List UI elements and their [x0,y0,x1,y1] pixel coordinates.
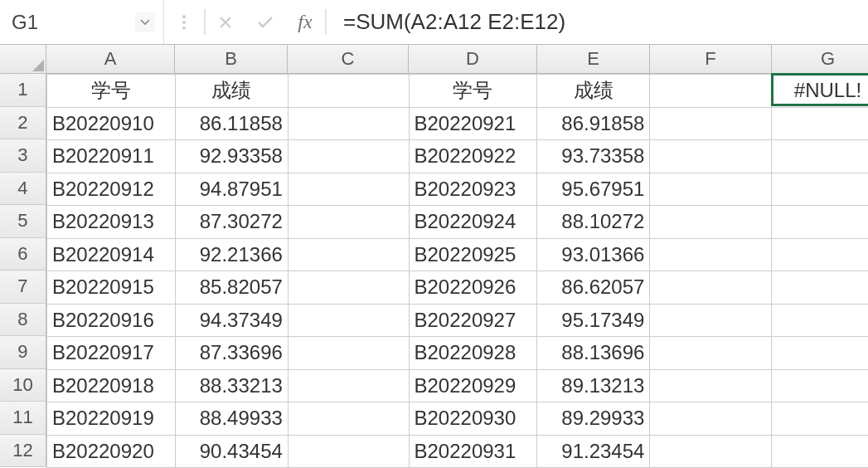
cancel-icon[interactable] [206,0,245,44]
cell-A8[interactable]: B20220916 [46,304,175,337]
cell-G7[interactable] [772,271,868,305]
cell-D7[interactable]: B20220926 [409,271,537,305]
row-header-4[interactable]: 4 [0,173,46,206]
cell-B3[interactable]: 92.93358 [175,140,288,173]
cell-G6[interactable] [772,238,868,271]
cell-D6[interactable]: B20220925 [409,238,537,271]
cell-G10[interactable] [772,369,868,402]
cell-F9[interactable] [650,337,772,370]
cell-F6[interactable] [650,238,772,271]
cell-C10[interactable] [288,369,409,402]
cell-B7[interactable]: 85.82057 [175,271,288,305]
cell-E1[interactable]: 成绩 [537,75,650,108]
cell-D12[interactable]: B20220931 [409,435,537,468]
row-header-12[interactable]: 12 [0,435,46,468]
cell-E6[interactable]: 93.01366 [537,238,650,271]
cell-D10[interactable]: B20220929 [409,369,537,402]
cell-F4[interactable] [650,173,772,206]
formula-handle-icon[interactable] [164,0,204,44]
cell-A1[interactable]: 学号 [46,75,175,108]
cell-G1[interactable]: #NULL! [772,75,868,108]
cell-G3[interactable] [772,140,868,173]
cell-C1[interactable] [288,75,409,108]
cell-G4[interactable] [772,173,868,206]
formula-input[interactable]: =SUM(A2:A12 E2:E12) [327,9,868,35]
cell-D1[interactable]: 学号 [409,75,537,108]
cell-E5[interactable]: 88.10272 [537,206,650,239]
select-all-corner[interactable] [0,45,46,74]
column-header-E[interactable]: E [537,45,650,74]
cell-D2[interactable]: B20220921 [409,107,537,140]
row-header-10[interactable]: 10 [0,369,46,402]
cell-G11[interactable] [772,402,868,436]
cell-E4[interactable]: 95.67951 [537,173,650,206]
cell-A3[interactable]: B20220911 [46,140,175,173]
cell-C12[interactable] [288,435,409,468]
cell-D11[interactable]: B20220930 [409,402,537,436]
cell-A4[interactable]: B20220912 [46,173,175,206]
cell-A7[interactable]: B20220915 [46,271,175,305]
cell-C4[interactable] [288,173,409,206]
cell-B11[interactable]: 88.49933 [175,402,288,436]
cell-D8[interactable]: B20220927 [409,304,537,337]
cell-B9[interactable]: 87.33696 [175,337,288,370]
cell-D5[interactable]: B20220924 [409,206,537,239]
cell-F5[interactable] [650,206,772,239]
name-box[interactable]: G1 [8,11,135,34]
name-box-wrap[interactable]: G1 [0,0,164,44]
cell-A12[interactable]: B20220920 [46,435,175,468]
cell-C8[interactable] [288,304,409,337]
cell-A6[interactable]: B20220914 [46,238,175,271]
cell-B5[interactable]: 87.30272 [175,206,288,239]
confirm-icon[interactable] [245,0,285,44]
cell-F7[interactable] [650,271,772,305]
column-header-B[interactable]: B [175,45,288,74]
cell-B6[interactable]: 92.21366 [175,238,288,271]
cell-E2[interactable]: 86.91858 [537,107,650,140]
cell-B2[interactable]: 86.11858 [175,107,288,140]
row-header-6[interactable]: 6 [0,238,46,271]
cell-G8[interactable] [772,304,868,337]
cell-B1[interactable]: 成绩 [175,75,288,108]
cell-C6[interactable] [288,238,409,271]
cell-F3[interactable] [650,140,772,173]
row-header-5[interactable]: 5 [0,205,46,238]
cell-F12[interactable] [650,435,772,468]
cell-G9[interactable] [772,337,868,370]
row-header-7[interactable]: 7 [0,271,46,304]
row-header-9[interactable]: 9 [0,336,46,369]
cell-C5[interactable] [288,206,409,239]
cell-B8[interactable]: 94.37349 [175,304,288,337]
cell-A2[interactable]: B20220910 [46,107,175,140]
cell-E3[interactable]: 93.73358 [537,140,650,173]
cell-E8[interactable]: 95.17349 [537,304,650,337]
cell-C9[interactable] [288,337,409,370]
cell-A11[interactable]: B20220919 [46,402,175,436]
cell-F11[interactable] [650,402,772,436]
cell-D9[interactable]: B20220928 [409,337,537,370]
cell-G2[interactable] [772,107,868,140]
cell-F2[interactable] [650,107,772,140]
cell-B10[interactable]: 88.33213 [175,369,288,402]
column-header-D[interactable]: D [409,45,537,74]
cell-C2[interactable] [288,107,409,140]
cell-C3[interactable] [288,140,409,173]
row-header-3[interactable]: 3 [0,139,46,173]
cell-E9[interactable]: 88.13696 [537,337,650,370]
cell-E7[interactable]: 86.62057 [537,271,650,305]
cell-D4[interactable]: B20220923 [409,173,537,206]
cell-F10[interactable] [650,369,772,402]
row-header-2[interactable]: 2 [0,107,46,140]
fx-icon[interactable]: fx [285,0,325,44]
cell-E10[interactable]: 89.13213 [537,369,650,402]
column-header-C[interactable]: C [288,45,409,74]
column-header-F[interactable]: F [650,45,772,74]
cell-C11[interactable] [288,402,409,436]
cell-F1[interactable] [650,75,772,108]
cell-A10[interactable]: B20220918 [46,369,175,402]
cell-B4[interactable]: 94.87951 [175,173,288,206]
cell-G12[interactable] [772,435,868,468]
cell-C7[interactable] [288,271,409,305]
cell-A5[interactable]: B20220913 [46,206,175,239]
row-header-11[interactable]: 11 [0,402,46,435]
